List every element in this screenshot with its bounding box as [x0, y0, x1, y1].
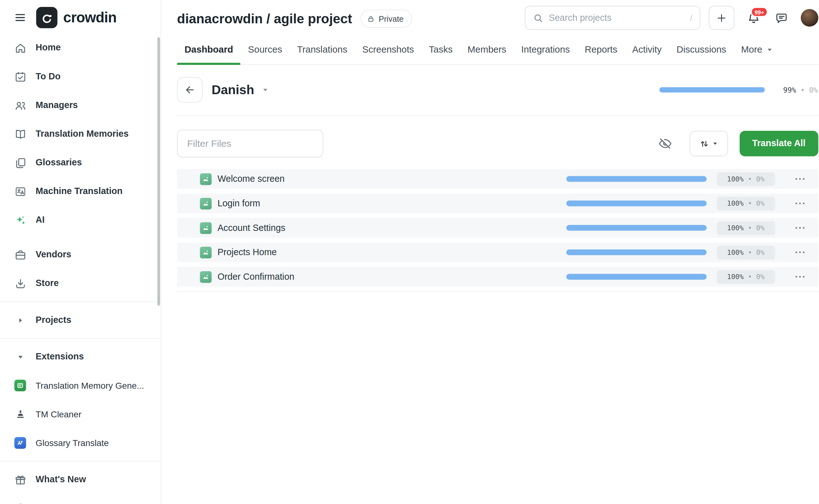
file-progress-bar — [566, 274, 707, 280]
tab-label: More — [741, 44, 762, 55]
file-progress-bar — [566, 176, 707, 182]
file-menu-button[interactable] — [794, 273, 805, 281]
tab-label: Translations — [297, 44, 347, 55]
menu-icon[interactable] — [14, 11, 27, 24]
tm-generator-icon — [14, 380, 27, 391]
file-progress-badge: 100% • 0% — [717, 245, 775, 259]
tab-tasks[interactable]: Tasks — [421, 37, 460, 64]
sidebar-item-tm-generator[interactable]: Translation Memory Gene... — [0, 371, 161, 400]
file-row[interactable]: Account Settings 100% • 0% — [177, 218, 818, 238]
sidebar-item-label: Managers — [36, 100, 78, 111]
tab-sources[interactable]: Sources — [241, 37, 290, 64]
percent-separator: • — [748, 224, 752, 232]
sidebar-item-glossaries[interactable]: Glossaries — [0, 148, 161, 177]
file-name: Order Confirmation — [217, 272, 294, 282]
sort-button[interactable] — [690, 131, 728, 156]
sidebar-item-help-support[interactable]: Help & Support — [0, 494, 161, 504]
tab-screenshots[interactable]: Screenshots — [355, 37, 421, 64]
tab-integrations[interactable]: Integrations — [514, 37, 577, 64]
create-project-button[interactable] — [709, 6, 734, 30]
project-breadcrumb[interactable]: dianacrowdin / agile project — [177, 11, 352, 26]
arrow-left-icon — [184, 84, 196, 96]
language-progress-bar — [659, 87, 766, 93]
search-input[interactable] — [549, 13, 685, 23]
file-progress-badge: 100% • 0% — [717, 172, 775, 186]
messages-button[interactable] — [775, 11, 788, 24]
sidebar-item-home[interactable]: Home — [0, 33, 161, 62]
sidebar-item-tm-cleaner[interactable]: TM Cleaner — [0, 400, 161, 428]
filter-files-input[interactable] — [187, 130, 313, 157]
project-tabs: Dashboard Sources Translations Screensho… — [177, 37, 819, 65]
tab-activity[interactable]: Activity — [625, 37, 669, 64]
file-row[interactable]: Welcome screen 100% • 0% — [177, 169, 818, 189]
machine-translation-icon — [14, 185, 27, 198]
sidebar-item-whats-new[interactable]: What's New — [0, 465, 161, 494]
percent-separator: • — [800, 86, 805, 94]
sidebar-item-managers[interactable]: Managers — [0, 91, 161, 120]
screenshot-file-icon — [200, 271, 212, 283]
private-badge-label: Private — [379, 14, 404, 23]
approved-percent: 0% — [756, 248, 764, 256]
hide-completed-toggle[interactable] — [658, 137, 672, 151]
tab-label: Tasks — [429, 44, 453, 55]
project-search[interactable]: / — [525, 6, 700, 30]
sidebar-item-extensions[interactable]: Extensions — [0, 342, 161, 371]
sidebar-item-projects[interactable]: Projects — [0, 306, 161, 335]
crowdin-logo-icon — [36, 7, 58, 28]
tab-reports[interactable]: Reports — [577, 37, 625, 64]
sidebar-item-vendors[interactable]: Vendors — [0, 240, 161, 269]
sidebar-item-ai[interactable]: AI — [0, 206, 161, 234]
file-progress-fill — [566, 200, 707, 206]
sidebar-item-machine-translation[interactable]: Machine Translation — [0, 177, 161, 206]
sidebar-item-label: Machine Translation — [36, 186, 123, 197]
file-progress-fill — [566, 274, 707, 280]
tab-more[interactable]: More — [734, 37, 780, 64]
language-chevron-down-icon[interactable] — [262, 86, 269, 94]
language-progress-group: 99% • 0% — [659, 86, 818, 94]
sidebar-item-label: What's New — [36, 474, 86, 485]
file-name: Projects Home — [217, 247, 277, 258]
approved-percent: 0% — [756, 199, 764, 207]
caret-right-icon — [14, 316, 27, 324]
notifications-button[interactable]: 99+ — [747, 11, 760, 24]
screenshot-file-icon — [200, 173, 212, 185]
file-progress-bar — [566, 249, 707, 255]
translated-percent: 99% — [783, 86, 796, 94]
briefcase-icon — [14, 249, 27, 261]
sidebar-item-label: Store — [36, 278, 59, 289]
sidebar-item-translation-memories[interactable]: Translation Memories — [0, 120, 161, 148]
managers-icon — [14, 99, 27, 112]
file-row[interactable]: Projects Home 100% • 0% — [177, 243, 818, 262]
file-progress-badge: 100% • 0% — [717, 270, 775, 284]
sidebar-item-todo[interactable]: To Do — [0, 62, 161, 91]
tab-label: Discussions — [677, 44, 726, 55]
search-icon — [533, 13, 543, 23]
back-button[interactable] — [177, 77, 203, 103]
file-row[interactable]: Order Confirmation 100% • 0% — [177, 267, 818, 286]
file-menu-button[interactable] — [794, 199, 805, 208]
tab-members[interactable]: Members — [460, 37, 514, 64]
plus-icon — [716, 12, 727, 24]
private-badge[interactable]: Private — [361, 9, 412, 27]
filter-files-field[interactable] — [177, 130, 323, 157]
sidebar-item-glossary-translate[interactable]: Glossary Translate — [0, 429, 161, 457]
file-menu-button[interactable] — [794, 175, 805, 183]
translate-all-button[interactable]: Translate All — [739, 131, 818, 156]
sidebar-scrollbar[interactable] — [157, 37, 160, 306]
sidebar-item-label: Glossaries — [36, 157, 82, 168]
sidebar-item-label: To Do — [36, 71, 60, 82]
chat-icon — [775, 11, 788, 24]
sidebar-item-label: Vendors — [36, 249, 71, 260]
screenshot-file-icon — [200, 222, 212, 234]
tab-translations[interactable]: Translations — [289, 37, 355, 64]
language-name[interactable]: Danish — [212, 83, 254, 97]
file-menu-button[interactable] — [794, 248, 805, 256]
tab-dashboard[interactable]: Dashboard — [177, 37, 241, 64]
file-menu-button[interactable] — [794, 224, 805, 232]
crowdin-logo[interactable]: crowdin — [36, 7, 117, 28]
user-avatar[interactable] — [801, 9, 818, 27]
sidebar-item-store[interactable]: Store — [0, 269, 161, 298]
chevron-down-icon — [712, 140, 718, 147]
tab-discussions[interactable]: Discussions — [669, 37, 734, 64]
file-row[interactable]: Login form 100% • 0% — [177, 193, 818, 213]
